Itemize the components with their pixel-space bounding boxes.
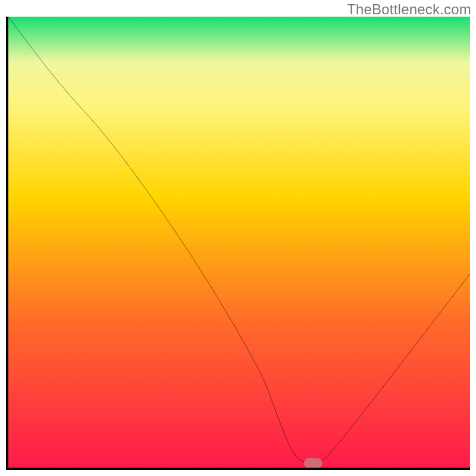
- plot-area: [8, 17, 470, 468]
- optimal-marker: [304, 458, 322, 468]
- plot-svg: [8, 17, 470, 468]
- watermark-text: TheBottleneck.com: [347, 1, 471, 18]
- gradient-background: [8, 17, 470, 468]
- chart-frame: TheBottleneck.com: [0, 0, 476, 476]
- plot-axes: [6, 17, 470, 470]
